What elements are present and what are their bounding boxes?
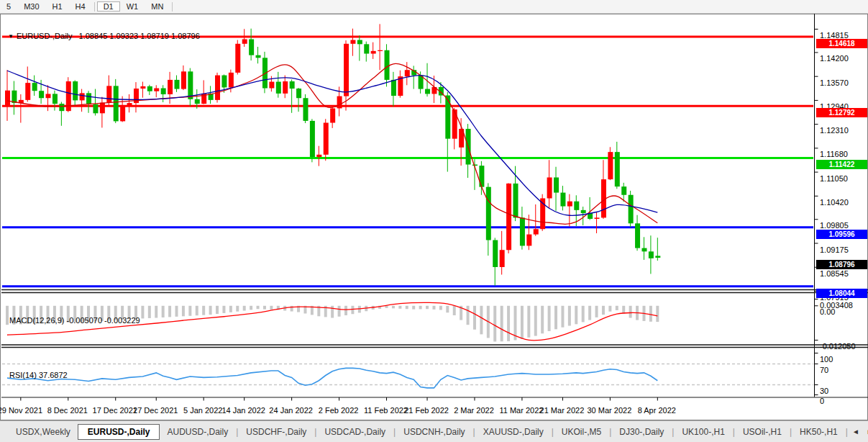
candle-body xyxy=(39,91,44,98)
macd-histogram-bar xyxy=(311,306,314,315)
tab-scroll-right-button[interactable]: ► xyxy=(863,426,868,437)
timeframe-button-d1[interactable]: D1 xyxy=(97,1,120,12)
candle-body xyxy=(378,50,383,51)
tab-ukoil-m5[interactable]: UKOil-,M5 xyxy=(554,424,608,440)
candle-body xyxy=(574,202,579,210)
candle-body xyxy=(337,96,342,109)
candle-body xyxy=(344,44,349,96)
timeframe-button-h1[interactable]: H1 xyxy=(46,1,69,12)
tab-scroll-left-button[interactable]: ◄ xyxy=(849,426,863,437)
date-axis-label: 27 Dec 2021 xyxy=(133,406,178,415)
candle-body xyxy=(641,248,647,252)
tab-usoil-h1[interactable]: USOil-,H1 xyxy=(736,424,789,440)
candle-body xyxy=(59,104,64,111)
candle-body xyxy=(32,83,37,91)
macd-histogram-bar xyxy=(202,306,205,315)
candle-body xyxy=(479,166,484,187)
macd-histogram-bar xyxy=(629,306,632,318)
tab-xauusd-daily[interactable]: XAUUSD-,Daily xyxy=(476,424,551,440)
candle-body xyxy=(19,100,24,103)
tab-eurusd-daily[interactable]: EURUSD-,Daily xyxy=(78,424,160,440)
candle-body xyxy=(80,93,85,100)
candle-body xyxy=(283,81,288,94)
toolbar-separator xyxy=(94,2,95,12)
timeframe-button-5[interactable]: 5 xyxy=(0,1,17,12)
candle-body xyxy=(371,51,376,54)
tab-dj30-daily[interactable]: DJ30-,Daily xyxy=(612,424,671,440)
candle-body xyxy=(357,40,362,45)
candle-body xyxy=(181,71,186,89)
candle-body xyxy=(486,187,491,240)
macd-histogram-bar xyxy=(453,306,456,315)
price-tick-label: 1.13570 xyxy=(820,78,849,87)
rsi-axis-label: 0 xyxy=(820,397,824,405)
rsi-indicator-label: RSI(14) 37.6872 xyxy=(9,371,68,379)
candle-body xyxy=(364,44,369,53)
chart-dropdown-icon[interactable]: ▼ xyxy=(8,33,14,40)
candle-body xyxy=(5,91,10,106)
candle-body xyxy=(431,87,437,94)
rsi-axis-label: 30 xyxy=(820,387,828,395)
macd-histogram-bar xyxy=(575,306,577,325)
price-tick-label: 1.08545 xyxy=(820,269,849,278)
date-axis-label: 2 Mar 2022 xyxy=(454,406,494,415)
price-tick-label: 1.09175 xyxy=(820,245,849,254)
date-axis-label: 8 Apr 2022 xyxy=(638,406,676,415)
price-level-badge: 1.14618 xyxy=(816,39,867,48)
macd-histogram-bar xyxy=(439,306,442,310)
macd-histogram-bar xyxy=(303,306,306,314)
candle-body xyxy=(398,76,403,96)
candle-body xyxy=(127,103,132,106)
macd-histogram-bar xyxy=(521,306,524,339)
price-tick-label: 1.12310 xyxy=(820,126,849,135)
timeframe-button-h4[interactable]: H4 xyxy=(69,1,92,12)
candle-body xyxy=(350,40,355,44)
tab-usdchf-daily[interactable]: USDCHF-,Daily xyxy=(239,424,314,440)
price-tick-label: 1.11050 xyxy=(820,174,848,183)
macd-histogram-bar xyxy=(541,306,544,333)
candle-body xyxy=(472,165,478,166)
timeframe-button-mn[interactable]: MN xyxy=(145,1,170,12)
tab-usdcad-daily[interactable]: USDCAD-,Daily xyxy=(317,424,393,440)
macd-histogram-bar xyxy=(561,306,564,328)
candle-body xyxy=(215,76,220,100)
price-level-badge: 1.11422 xyxy=(816,160,867,169)
macd-histogram-bar xyxy=(175,306,178,317)
date-axis-label: 8 Dec 2021 xyxy=(47,406,88,415)
macd-histogram-bar xyxy=(378,306,381,309)
macd-histogram-bar xyxy=(608,306,611,312)
macd-histogram-bar xyxy=(283,306,286,311)
mt4-window: 5M30H1H4D1W1MN ▼EURUSD-,Daily1.08845 1.0… xyxy=(0,0,868,442)
timeframe-button-w1[interactable]: W1 xyxy=(120,1,145,12)
tab-usdx-weekly[interactable]: USDX,Weekly xyxy=(9,424,78,440)
macd-histogram-bar xyxy=(622,306,625,314)
macd-histogram-bar xyxy=(460,306,462,320)
chart-window[interactable]: ▼EURUSD-,Daily1.08845 1.09323 1.08719 1.… xyxy=(0,14,868,420)
macd-axis-label: -0.012050 xyxy=(820,342,856,351)
tab-uk100-h1[interactable]: UK100-,H1 xyxy=(675,424,731,440)
candle-body xyxy=(405,70,410,76)
candlestick-chart-canvas[interactable] xyxy=(1,1,868,421)
candle-body xyxy=(316,155,321,157)
tab-usdcnh-daily[interactable]: USDCNH-,Daily xyxy=(396,424,472,440)
macd-histogram-bar xyxy=(412,306,415,310)
macd-histogram-bar xyxy=(467,306,470,325)
macd-histogram-bar xyxy=(196,306,198,315)
tab-hk50-h1[interactable]: HK50-,H1 xyxy=(792,424,845,440)
macd-histogram-bar xyxy=(229,306,232,312)
candle-body xyxy=(201,94,206,104)
macd-histogram-bar xyxy=(595,306,598,317)
candle-body xyxy=(86,93,91,104)
timeframe-button-m30[interactable]: M30 xyxy=(17,1,45,12)
price-tick-label: 1.10420 xyxy=(820,198,849,207)
candle-body xyxy=(168,80,173,94)
tab-audusd-daily[interactable]: AUDUSD-,Daily xyxy=(160,424,235,440)
candle-body xyxy=(235,44,240,73)
rsi-panel xyxy=(2,364,815,388)
candle-body xyxy=(140,86,145,89)
macd-histogram-bar xyxy=(372,306,375,310)
macd-histogram-bar xyxy=(277,306,280,310)
macd-histogram-bar xyxy=(446,306,449,312)
candle-body xyxy=(188,71,193,99)
macd-histogram-bar xyxy=(480,306,483,335)
